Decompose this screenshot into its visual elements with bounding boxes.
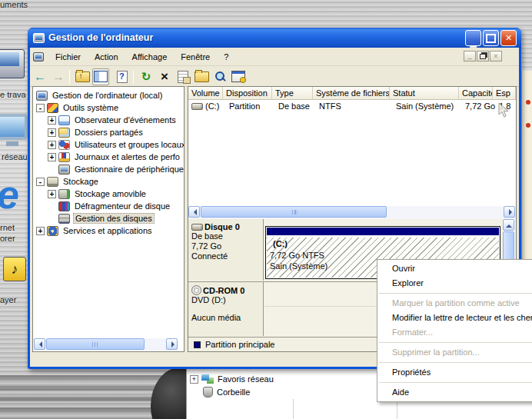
column-header-systeme-fichiers[interactable]: Système de fichiers <box>313 87 390 100</box>
menu-item-marquer-partition-active[interactable]: Marquer la partition comme active <box>377 296 532 311</box>
title-bar[interactable]: Gestion de l'ordinateur ▁ ✕ <box>28 28 521 48</box>
forward-button[interactable]: → <box>50 68 67 85</box>
tree-item-stockage[interactable]: - Stockage <box>35 175 183 188</box>
properties-button[interactable] <box>175 68 191 85</box>
minimize-button[interactable]: ▁ <box>465 30 481 46</box>
column-header-statut[interactable]: Statut <box>390 87 459 100</box>
expander-plus-icon[interactable]: + <box>48 190 56 198</box>
partition-status: Sain (Système) <box>270 261 328 271</box>
column-header-volume[interactable]: Volume <box>188 87 223 100</box>
tree-item-favoris-reseau[interactable]: + Favoris réseau <box>190 373 274 385</box>
tree-item-gestion-des-disques[interactable]: Gestion des disques <box>35 212 183 224</box>
refresh-button[interactable]: ↻ <box>138 68 155 85</box>
scroll-up-button[interactable] <box>503 219 514 231</box>
event-viewer-icon <box>58 115 70 125</box>
maximize-button[interactable] <box>483 30 499 46</box>
desktop-label-poste-travail: e trava <box>0 90 26 99</box>
storage-icon <box>47 177 58 187</box>
column-header-disposition[interactable]: Disposition <box>223 87 272 100</box>
column-header-type[interactable]: Type <box>272 87 313 100</box>
volume-filesystem: NTFS <box>316 101 393 111</box>
scroll-left-button[interactable] <box>34 338 45 350</box>
tree-item-services-applications[interactable]: + Services et applications <box>35 224 183 237</box>
scroll-right-button[interactable] <box>504 206 515 218</box>
expander-plus-icon[interactable]: + <box>36 227 45 235</box>
tree-item-label: Utilisateurs et groupes locaux <box>73 139 185 150</box>
help-button[interactable] <box>114 68 131 85</box>
column-header-espace[interactable]: Esp <box>493 87 516 100</box>
mdi-minimize-button[interactable]: _ <box>464 51 476 62</box>
find-button[interactable] <box>211 68 228 85</box>
close-button[interactable]: ✕ <box>500 30 517 46</box>
tree-item-gestionnaire-peripheriques[interactable]: Gestionnaire de périphérique <box>35 163 183 175</box>
delete-button[interactable]: × <box>156 68 173 85</box>
volume-row-c[interactable]: (C:) Partition De base NTFS Sain (Systèm… <box>188 100 516 112</box>
menu-item-formater[interactable]: Formater... <box>377 325 532 340</box>
expander-plus-icon[interactable]: + <box>48 141 56 149</box>
my-computer-icon[interactable] <box>0 49 25 78</box>
menu-item-proprietes[interactable]: Propriétés <box>377 365 532 380</box>
expander-minus-icon[interactable]: - <box>36 104 45 112</box>
cdrom-info-box[interactable]: CD-ROM 0 DVD (D:) Aucun média <box>188 282 264 336</box>
open-button[interactable] <box>193 68 210 85</box>
menu-action[interactable]: Action <box>88 50 125 64</box>
mdi-close-button[interactable]: × <box>490 51 502 62</box>
red-bullet-icon <box>526 100 530 105</box>
menu-item-aide[interactable]: Aide <box>377 385 532 400</box>
mdi-restore-button[interactable] <box>477 51 489 62</box>
computer-icon <box>36 91 48 101</box>
cdrom-drive-letter: DVD (D:) <box>191 295 263 305</box>
up-one-level-button[interactable] <box>74 68 91 85</box>
window-title: Gestion de l'ordinateur <box>48 32 465 43</box>
tree-item-outils-systeme[interactable]: - Outils système <box>35 101 183 114</box>
disk0-info-box[interactable]: Disque 0 De base 7,72 Go Connecté <box>188 219 264 281</box>
shared-folders-icon <box>58 128 70 138</box>
back-button[interactable]: ← <box>32 68 48 85</box>
console-window-button[interactable] <box>230 68 247 85</box>
partition-context-menu: Ouvrir Explorer Marquer la partition com… <box>377 259 532 402</box>
tree-horizontal-scrollbar[interactable] <box>34 338 178 351</box>
media-player-icon[interactable]: ♪ <box>3 257 26 281</box>
performance-logs-icon <box>58 152 70 162</box>
scroll-right-button[interactable] <box>166 338 178 350</box>
volume-list-header: Volume Disposition Type Système de fichi… <box>188 87 516 100</box>
menu-fenetre[interactable]: Fenêtre <box>174 50 217 64</box>
menu-item-explorer[interactable]: Explorer <box>377 276 532 291</box>
network-places-icon[interactable] <box>0 114 28 140</box>
partition-type-band <box>267 228 499 235</box>
menu-fichier[interactable]: Fichier <box>48 50 88 64</box>
device-manager-icon <box>58 165 70 175</box>
tree-item-label: Gestionnaire de périphérique <box>73 164 185 175</box>
menu-aide[interactable]: ? <box>217 50 235 64</box>
menu-separator <box>379 342 532 343</box>
expander-minus-icon[interactable]: - <box>36 178 45 186</box>
tree-item-label: Stockage <box>62 176 100 187</box>
cdrom-name: CD-ROM 0 <box>203 286 244 295</box>
expander-plus-icon[interactable]: + <box>48 128 56 137</box>
tree-item-observateur-evenements[interactable]: + Observateur d'événements <box>35 114 183 126</box>
volume-name: (C:) <box>205 101 219 111</box>
tree-item-label: Gestion de l'ordinateur (local) <box>51 90 164 101</box>
menu-affichage[interactable]: Affichage <box>125 50 175 64</box>
expander-plus-icon[interactable]: + <box>48 116 56 125</box>
column-header-capacite[interactable]: Capacité <box>459 87 493 100</box>
partition-name: (C:) <box>273 239 288 248</box>
tree-item-gestion-ordinateur[interactable]: Gestion de l'ordinateur (local) <box>35 89 183 101</box>
expander-plus-icon[interactable]: + <box>48 153 56 161</box>
scrollbar-thumb[interactable] <box>46 338 145 350</box>
volume-list-horizontal-scrollbar[interactable] <box>188 206 516 219</box>
menu-item-modifier-lettre-lecteur[interactable]: Modifier la lettre de lecteur et les che… <box>377 311 532 325</box>
expander-plus-icon[interactable]: + <box>190 375 198 384</box>
tree-item-dossiers-partages[interactable]: + Dossiers partagés <box>35 126 183 138</box>
scroll-left-button[interactable] <box>188 206 200 218</box>
tree-item-utilisateurs-groupes[interactable]: + Utilisateurs et groupes locaux <box>35 138 183 151</box>
menu-item-ouvrir[interactable]: Ouvrir <box>377 261 532 276</box>
tree-item-corbeille[interactable]: Corbeille <box>203 386 250 398</box>
scrollbar-thumb[interactable] <box>201 206 387 218</box>
tree-item-defragmenteur[interactable]: Défragmenteur de disque <box>35 200 183 212</box>
menu-item-supprimer-partition[interactable]: Supprimer la partition... <box>377 345 532 360</box>
tree-item-stockage-amovible[interactable]: + Stockage amovible <box>35 188 183 200</box>
show-hide-console-tree-button[interactable] <box>92 68 109 85</box>
desktop-label-reseau: réseau <box>2 152 28 161</box>
tree-item-journaux-alertes[interactable]: + Journaux et alertes de perfo <box>35 151 183 163</box>
